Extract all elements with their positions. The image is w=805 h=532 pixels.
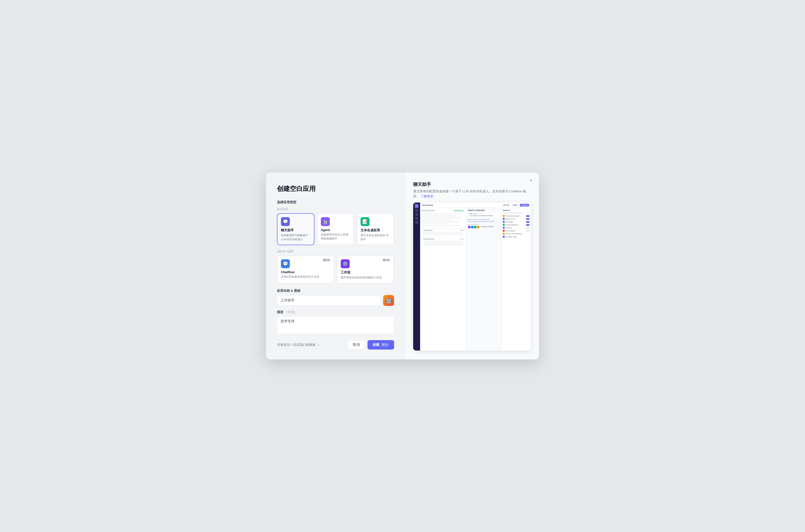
beginner-label: 新手适用 bbox=[277, 208, 394, 211]
modal: × 创建空白应用 选择应用类型 新手适用 💬 聊天助手 简单配置即可构建基于 L… bbox=[266, 173, 539, 359]
mini-feat-name-7: Citations and Attributions bbox=[506, 233, 522, 234]
mini-variables: VARIABLES + Add bbox=[422, 228, 465, 236]
app-type-chat[interactable]: 💬 聊天助手 简单配置即可构建基于 LLM 的对话机器人 bbox=[277, 213, 314, 245]
mini-feat-toggle-4 bbox=[526, 224, 530, 226]
select-type-label: 选择应用类型 bbox=[277, 200, 394, 205]
mini-feature-8: Annotation Reply bbox=[503, 236, 530, 238]
mini-line-2 bbox=[422, 215, 456, 216]
mini-var-1 bbox=[423, 232, 463, 233]
mini-feat-toggle-3 bbox=[526, 221, 530, 223]
app-type-workflow[interactable]: BETA ⚙️ 工作流 面向单轮自动化任务的编排工作流 bbox=[337, 255, 394, 283]
mini-generate-btn: GENERATE bbox=[453, 209, 465, 212]
desc-label: 描述 （可选） bbox=[277, 310, 394, 314]
desc-textarea[interactable]: 技术支持 bbox=[277, 316, 394, 334]
mini-chat-link-1: How to make a brand stand out? bbox=[468, 218, 499, 220]
mini-feat-name-5: Follow-up bbox=[506, 227, 512, 229]
left-panel: 创建空白应用 选择应用类型 新手适用 💬 聊天助手 简单配置即可构建基于 LLM… bbox=[266, 173, 405, 359]
mini-feature-4: Content Moderation bbox=[503, 224, 530, 226]
mini-feat-toggle-2 bbox=[526, 218, 530, 220]
mini-gpt-badge: GPT-4o bbox=[502, 204, 510, 206]
mini-var-2 bbox=[423, 234, 463, 235]
mini-feat-dot-4 bbox=[503, 224, 505, 226]
mini-variables-label: VARIABLES bbox=[423, 230, 433, 231]
name-input-row: 🤖 bbox=[277, 295, 394, 306]
mini-instructions-pane: INSTRUCTIONS GENERATE bbox=[420, 208, 466, 350]
mini-main: Orchestrate GPT-4o CHAT Publish INSTRUCT… bbox=[420, 203, 531, 350]
mini-knowledge-label: KNOWLEDGE bbox=[423, 238, 435, 240]
mini-feature-6: Text to Speech bbox=[503, 230, 530, 232]
app-type-textgen[interactable]: 📝 文本生成应用 用于文本生成任务的 AI 助手 bbox=[356, 213, 394, 245]
app-type-agent[interactable]: 🤖 Agent 具备推理与自主工具调用的智能助手 bbox=[317, 213, 354, 245]
mini-debug-pane: DEBUG & PREVIEW Hello, I am L... I can a… bbox=[466, 208, 501, 350]
mini-feat-dot-5 bbox=[503, 227, 505, 229]
preview-desc: 通过简单的配置快速搭建一个基于 LLM 的对话机器人。支持切换为 Chatflo… bbox=[413, 189, 531, 198]
textgen-name: 文本生成应用 bbox=[361, 228, 390, 232]
mini-feat-name-4: Content Moderation bbox=[506, 224, 519, 226]
chatflow-name: Chatflow bbox=[281, 270, 330, 274]
name-label: 应用名称 & 图标 bbox=[277, 288, 394, 293]
mini-features-enabled: 4 Features Enabled bbox=[480, 226, 493, 228]
mini-feat-icon-2 bbox=[471, 226, 474, 228]
mini-feat-name-2: Speech to Text bbox=[506, 218, 515, 220]
advanced-label: 进阶用户适用 bbox=[277, 250, 394, 253]
app-type-chatflow[interactable]: BETA 💬 Chatflow 支持记忆的复杂多轮对话工作流 bbox=[277, 255, 334, 283]
mini-chat-text-1: Hello, I am L... bbox=[469, 213, 498, 215]
mini-instr-label: INSTRUCTIONS bbox=[422, 210, 435, 211]
mini-feat-dot-2 bbox=[503, 218, 505, 220]
template-link[interactable]: 没有想法？试试我们的模板 → bbox=[277, 343, 320, 347]
mini-feature-1: Conversation Opener bbox=[503, 215, 530, 217]
mini-feat-dot-7 bbox=[503, 233, 505, 235]
mini-features-panel: Features Enhance web app user experience… bbox=[501, 208, 531, 350]
mini-feat-icon-3 bbox=[474, 226, 476, 228]
mini-publish-btn: Publish bbox=[520, 204, 529, 207]
mini-line-5 bbox=[422, 221, 458, 222]
agent-desc: 具备推理与自主工具调用的智能助手 bbox=[321, 233, 350, 241]
mini-knowledge: KNOWLEDGE + Add bbox=[422, 237, 465, 246]
chatflow-icon: 💬 bbox=[281, 259, 290, 268]
mini-line-6 bbox=[422, 223, 447, 224]
mini-feat-name-8: Annotation Reply bbox=[506, 236, 517, 238]
mini-feature-7: Citations and Attributions bbox=[503, 233, 530, 235]
beginner-types-grid: 💬 聊天助手 简单配置即可构建基于 LLM 的对话机器人 🤖 Agent 具备推… bbox=[277, 213, 394, 245]
mini-content-row: INSTRUCTIONS GENERATE bbox=[420, 208, 531, 350]
learn-more-link[interactable]: 了解更多 bbox=[421, 194, 434, 198]
preview-screenshot: ⚡ Orchestrate GPT-4o CHAT Publish bbox=[413, 203, 531, 350]
create-button[interactable]: 创建 ⌘ ↵ bbox=[367, 340, 394, 349]
mini-add-var: + Add bbox=[459, 230, 463, 231]
footer-row: 没有想法？试试我们的模板 → 取消 创建 ⌘ ↵ bbox=[277, 335, 394, 349]
page-title: 创建空白应用 bbox=[277, 185, 394, 193]
app-name-section: 应用名称 & 图标 🤖 bbox=[277, 288, 394, 306]
advanced-types-grid: BETA 💬 Chatflow 支持记忆的复杂多轮对话工作流 BETA ⚙️ 工… bbox=[277, 255, 394, 283]
mini-sidebar-dot-2 bbox=[415, 213, 418, 216]
agent-icon: 🤖 bbox=[321, 217, 330, 226]
mini-lines bbox=[422, 213, 465, 226]
chatflow-beta: BETA bbox=[322, 258, 331, 262]
desc-section: 描述 （可选） 技术支持 bbox=[277, 310, 394, 335]
mini-topbar-title: Orchestrate bbox=[422, 204, 501, 206]
chat-desc: 简单配置即可构建基于 LLM 的对话机器人 bbox=[281, 233, 310, 241]
cancel-button[interactable]: 取消 bbox=[348, 340, 365, 349]
mini-chat-link-2: Tips for analyzing competitors in market bbox=[468, 221, 499, 222]
mini-app: ⚡ Orchestrate GPT-4o CHAT Publish bbox=[413, 203, 531, 350]
mini-feat-dot-8 bbox=[503, 236, 505, 238]
app-avatar[interactable]: 🤖 bbox=[383, 295, 394, 306]
mini-feature-icons: 4 Features Enabled bbox=[468, 226, 499, 228]
mini-chat-bubble-1: Hello, I am L... I can answer your quest… bbox=[468, 212, 499, 218]
textgen-desc: 用于文本生成任务的 AI 助手 bbox=[361, 233, 390, 241]
preview-title: 聊天助手 bbox=[413, 182, 531, 187]
textgen-icon: 📝 bbox=[361, 217, 369, 226]
mini-feat-dot-1 bbox=[503, 215, 505, 217]
right-panel: 聊天助手 通过简单的配置快速搭建一个基于 LLM 的对话机器人。支持切换为 Ch… bbox=[405, 173, 539, 359]
workflow-icon: ⚙️ bbox=[341, 259, 350, 268]
mini-sidebar: ⚡ bbox=[413, 203, 420, 350]
mini-talk-difly: Talk to DifyBot bbox=[468, 224, 499, 225]
mini-feat-toggle-5 bbox=[526, 227, 530, 229]
mini-feat-dot-6 bbox=[503, 230, 505, 232]
mini-feature-3: File Upload bbox=[503, 221, 530, 223]
app-name-input[interactable] bbox=[277, 295, 381, 306]
mini-line-7 bbox=[422, 225, 460, 226]
mini-feat-icon-1 bbox=[468, 226, 471, 228]
mini-sidebar-dot-1 bbox=[415, 209, 418, 212]
chat-icon: 💬 bbox=[281, 217, 290, 226]
chatflow-desc: 支持记忆的复杂多轮对话工作流 bbox=[281, 275, 330, 279]
